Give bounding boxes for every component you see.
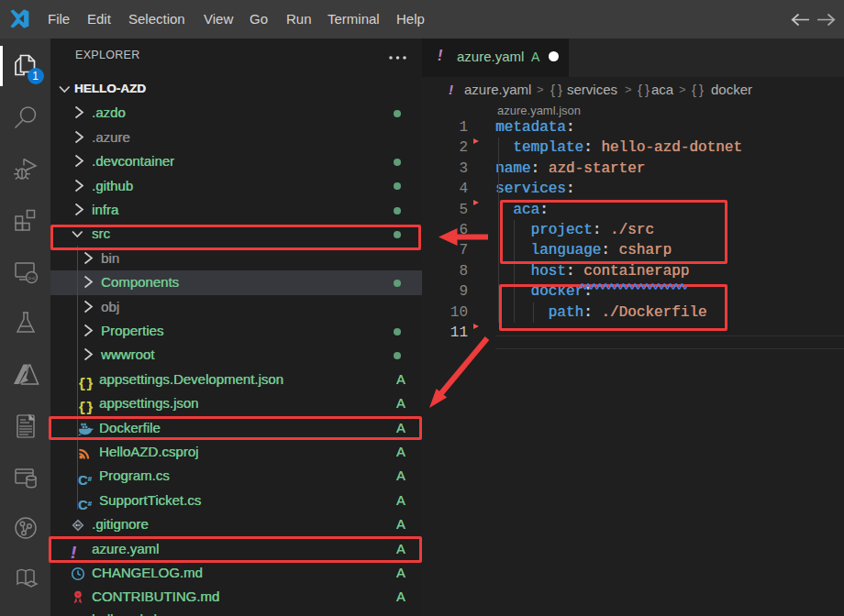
svg-text:><: >< <box>28 274 37 282</box>
